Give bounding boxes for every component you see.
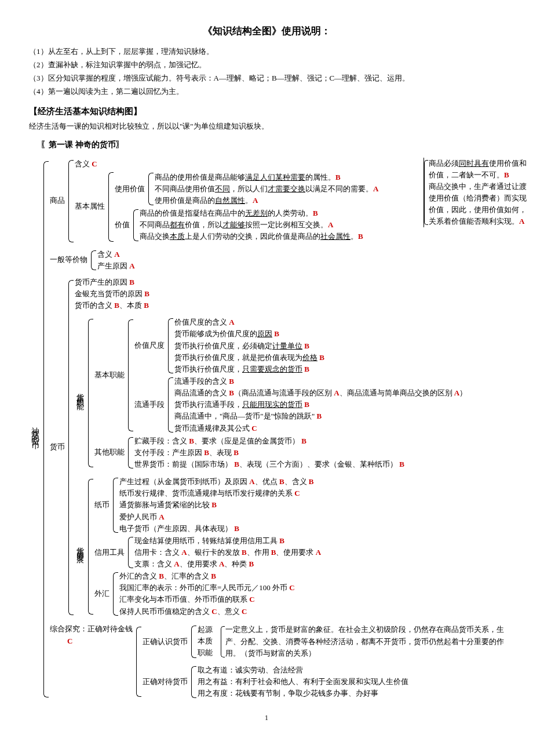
label-waihui: 外汇 bbox=[94, 570, 111, 617]
leaf-dd2: 用之有益：有利于社会和他人、有利于全面发展和实现人生价值 bbox=[198, 676, 504, 688]
label-jiazhi: 价值 bbox=[115, 208, 132, 242]
leaf-lt3: 货币执行流通手段，只能用现实的货币 B bbox=[174, 399, 504, 410]
node-huobi: 货币 货币产生的原因 B 金银充当货币的原因 B 货币的含义 B、本质 B 货币… bbox=[50, 277, 504, 619]
leaf-jzcd5: 货币执行价值尺度，只需要观念的货币 B bbox=[174, 364, 504, 375]
label-huobi: 货币 bbox=[50, 277, 67, 619]
leaf-wh1: 外汇的含义 B、汇率的含义 B bbox=[119, 570, 504, 582]
leaf-rs2: 本质 bbox=[198, 635, 221, 647]
leaf-zb5: 电子货币（产生原因、具体表现） B bbox=[119, 523, 504, 535]
leaf-wh3: 汇率变化与本币币值、外币币值的联系 C bbox=[119, 594, 504, 605]
node-zonghe: 综合探究：正确对待金钱 C 正确认识货币 起源 本质 职能 一定意义上 bbox=[50, 623, 504, 700]
leaf-jzcd3: 货币执行价值尺度，必须确定计量单位 B bbox=[174, 340, 504, 352]
label-xinyong: 信用工具 bbox=[94, 535, 126, 570]
label-duidai: 正确对待货币 bbox=[143, 664, 189, 699]
page-title: 《知识结构全图》使用说明： bbox=[29, 23, 504, 39]
node-yiban: 一般等价物 含义 A 产生原因 A bbox=[50, 249, 504, 272]
label-shangpin: 商品 bbox=[50, 158, 67, 244]
subtitle: 经济生活每一课的知识相对比较独立，所以以"课"为单位组建知识板块。 bbox=[29, 121, 504, 133]
leaf-zb2: 纸币发行规律、货币流通规律与纸币发行规律的关系 C bbox=[119, 488, 504, 499]
label-zonghe: 综合探究：正确对待金钱 C bbox=[50, 623, 134, 700]
node-shangpin: 商品 含义 C 基本属性 使用价值 商品的使用价 bbox=[50, 158, 504, 244]
leaf-zb4: 爱护人民币 A bbox=[119, 511, 504, 523]
label-fazhan: 货币的发展 bbox=[75, 475, 86, 618]
leaf-xy2: 信用卡：含义 A、银行卡的发放 B、作用 B、使用要求 A bbox=[134, 547, 504, 558]
leaf-xy3: 支票：含义 A、使用要求 A、种类 B bbox=[134, 558, 504, 570]
leaf-jzcd2: 货币能够成为价值尺度的原因 B bbox=[174, 328, 504, 340]
leaf-xy1: 现金结算使用纸币，转账结算使用信用工具 B bbox=[134, 535, 504, 547]
label-yiban: 一般等价物 bbox=[50, 249, 89, 272]
leaf-hb1: 货币产生的原因 B bbox=[75, 277, 504, 288]
leaf-rs3: 职能 bbox=[198, 647, 221, 659]
leaf-wh2: 我国汇率的表示：外币的汇率=人民币元／100 外币 C bbox=[119, 582, 504, 594]
label-jzcd: 价值尺度 bbox=[134, 317, 166, 375]
intro-block: （1）从左至右，从上到下，层层掌握，理清知识脉络。 （2）查漏补缺，标注知识掌握… bbox=[29, 46, 504, 97]
label-ltsd: 流通手段 bbox=[134, 376, 166, 434]
intro-line-2: （2）查漏补缺，标注知识掌握中的弱点，加强记忆。 bbox=[29, 59, 504, 71]
tree-diagram: 神奇的货币 商品 含义 C 基本属性 使用价值 bbox=[29, 158, 504, 701]
root-label: 神奇的货币 bbox=[29, 158, 42, 701]
leaf-lt5: 货币流通规律及其公式 C bbox=[174, 423, 504, 434]
label-jibenshuxing: 基本属性 bbox=[75, 170, 107, 243]
label-renshi: 正确认识货币 bbox=[143, 624, 189, 660]
leaf-qt2: 支付手段：产生原因 B、表现 B bbox=[134, 447, 504, 459]
leaf-lt4: 商品流通中，"商品—货币"是"惊险的跳跃" B bbox=[174, 410, 504, 422]
leaf-qt1: 贮藏手段：含义 B、要求（应是足值的金属货币） B bbox=[134, 435, 504, 447]
intro-line-3: （3）区分知识掌握的程度，增强应试能力。符号表示：A—理解、略记；B—理解、强记… bbox=[29, 72, 504, 85]
side-note-rs: 一定意义上，货币是财富的象征。在社会主义初级阶段，仍然存在商品货币关系，生产、分… bbox=[221, 624, 504, 660]
label-zhineng: 货币的职能 bbox=[75, 315, 86, 471]
leaf-wh4: 保持人民币币值稳定的含义 C、意义 C bbox=[119, 606, 504, 617]
label-zhibi: 纸币 bbox=[94, 476, 111, 535]
leaf-dd1: 取之有道：诚实劳动、合法经营 bbox=[198, 664, 504, 676]
leaf-rs1: 起源 bbox=[198, 624, 221, 635]
lesson-title: 〖第一课 神奇的货币〗 bbox=[41, 139, 504, 151]
label-shiyongjiazhi: 使用价值 bbox=[115, 171, 147, 207]
intro-line-1: （1）从左至右，从上到下，层层掌握，理清知识脉络。 bbox=[29, 46, 504, 58]
leaf-zb1: 产生过程（从金属货币到纸币）及原因 A、优点 B、含义 B bbox=[119, 476, 504, 488]
intro-line-4: （4）第一遍以阅读为主，第二遍以回忆为主。 bbox=[29, 86, 504, 98]
leaf-yb-hanyi: 含义 A bbox=[97, 249, 504, 260]
leaf-jzcd4: 货币执行价值尺度，就是把价值表现为价格 B bbox=[174, 352, 504, 364]
side-note-1: 商品必须同时具有使用价值和价值，二者缺一不可。B 商品交换中，生产者通过让渡使用… bbox=[424, 158, 533, 227]
label-qita: 其他职能 bbox=[94, 435, 126, 470]
leaf-qt3: 世界货币：前提（国际市场） B、表现（三个方面）、要求（金银、某种纸币） B bbox=[134, 459, 504, 470]
node-fazhan: 货币的发展 纸币 产生过程（从金属货币到纸币）及原因 A、优点 B、含义 B 纸… bbox=[75, 475, 504, 618]
leaf-yb-yuanyin: 产生原因 A bbox=[97, 260, 504, 272]
leaf-jzcd1: 价值尺度的含义 A bbox=[174, 317, 504, 328]
brace-root bbox=[42, 158, 50, 701]
leaf-jz3: 商品交换本质上是人们劳动的交换，因此价值是商品的社会属性。B bbox=[140, 231, 504, 242]
label-jiben: 基本职能 bbox=[94, 316, 126, 434]
leaf-lt1: 流通手段的含义 B bbox=[174, 376, 504, 387]
leaf-hb2: 金银充当货币的原因 B bbox=[75, 288, 504, 300]
node-zhineng: 货币的职能 基本职能 价值尺度 价值尺度的含义 A bbox=[75, 315, 504, 471]
leaf-hb3: 货币的含义 B、本质 B bbox=[75, 300, 504, 311]
leaf-zb3: 通货膨胀与通货紧缩的比较 B bbox=[119, 499, 504, 511]
leaf-lt2: 商品流通的含义 B（商品流通与流通手段的区别 A、商品流通与简单商品交换的区别 … bbox=[174, 387, 504, 399]
section-title: 【经济生活基本知识结构图】 bbox=[29, 104, 504, 118]
page-number: 1 bbox=[29, 713, 504, 724]
leaf-dd3: 用之有度：花钱要有节制，争取少花钱多办事、办好事 bbox=[198, 688, 504, 699]
